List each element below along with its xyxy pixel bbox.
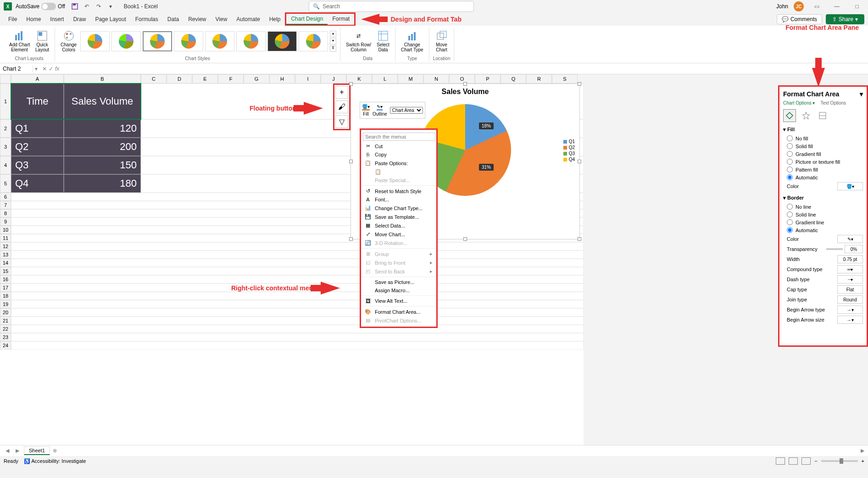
begin-arrow-picker[interactable]: →▾ [837, 306, 863, 314]
col-header-p[interactable]: P [475, 74, 501, 83]
border-color-picker[interactable]: ✎▾ [837, 235, 863, 243]
chart-style-5[interactable] [205, 31, 234, 51]
table-cell[interactable]: Q1 [11, 119, 64, 138]
zoom-slider[interactable] [821, 460, 858, 462]
sheet-nav-next[interactable]: ▶ [14, 448, 21, 454]
automatic-fill-radio[interactable]: Automatic [783, 173, 863, 181]
col-header-g[interactable]: G [244, 74, 269, 83]
transparency-slider[interactable] [826, 248, 843, 250]
dash-picker[interactable]: ┄▾ [837, 275, 863, 283]
name-box-dropdown-icon[interactable]: ▾ [33, 66, 39, 72]
row-header[interactable]: 13 [0, 250, 11, 259]
fill-button[interactable]: 🪣▾ Fill [362, 104, 370, 117]
redo-icon[interactable]: ↷ [95, 2, 103, 11]
menu-cut[interactable]: ✂Cut [361, 142, 436, 150]
gradient-fill-radio[interactable]: Gradient fill [783, 150, 863, 158]
col-header-o[interactable]: O [449, 74, 475, 83]
tab-format[interactable]: Format [328, 14, 354, 25]
no-line-radio[interactable]: No line [783, 203, 863, 211]
table-cell[interactable]: 150 [64, 156, 141, 174]
chart-style-1[interactable] [80, 31, 110, 51]
outline-button[interactable]: ✎▾ Outline [373, 104, 387, 117]
chart-options-tab[interactable]: Chart Options ▾ [783, 100, 815, 106]
normal-view-button[interactable] [776, 457, 785, 465]
minimize-icon[interactable]: — [829, 2, 844, 11]
styles-more-icon[interactable]: ⊽ [330, 45, 336, 52]
col-header-q[interactable]: Q [501, 74, 526, 83]
chart-style-6[interactable] [236, 31, 266, 51]
no-fill-radio[interactable]: No fill [783, 134, 863, 142]
autosave-toggle[interactable] [41, 3, 56, 10]
tab-view[interactable]: View [211, 14, 232, 24]
chart-filters-button[interactable]: ▽ [335, 115, 348, 128]
row-header[interactable]: 6 [0, 193, 11, 201]
size-tab-icon[interactable] [816, 109, 829, 122]
compound-picker[interactable]: ═▾ [837, 265, 863, 273]
fill-section-header[interactable]: ▾ Fill [783, 127, 863, 133]
col-header-e[interactable]: E [192, 74, 218, 83]
scroll-right-icon[interactable]: ▶ [861, 448, 864, 454]
row-header[interactable]: 5 [0, 174, 11, 193]
col-header-f[interactable]: F [218, 74, 244, 83]
accessibility-status[interactable]: ♿ Accessibility: Investigate [24, 458, 86, 464]
row-header[interactable]: 11 [0, 234, 11, 242]
zoom-out-button[interactable]: − [814, 458, 817, 464]
change-chart-type-button[interactable]: Change Chart Type [399, 29, 425, 53]
menu-save-template[interactable]: 💾Save as Template... [361, 212, 436, 221]
table-cell[interactable]: Q2 [11, 138, 64, 156]
row-header[interactable]: 12 [0, 242, 11, 250]
row-header[interactable]: 21 [0, 317, 11, 325]
chart-style-4[interactable] [174, 31, 203, 51]
row-header[interactable]: 23 [0, 333, 11, 341]
menu-alt-text[interactable]: 🖼View Alt Text... [361, 297, 436, 305]
menu-assign-macro[interactable]: Assign Macro... [361, 286, 436, 295]
new-sheet-button[interactable]: ⊕ [53, 448, 57, 454]
undo-icon[interactable]: ↶ [83, 2, 91, 11]
text-options-tab[interactable]: Text Options [820, 100, 846, 106]
col-header-i[interactable]: I [295, 74, 321, 83]
chart-styles-button[interactable]: 🖌 [335, 100, 348, 113]
cancel-formula-icon[interactable]: ✕ [42, 66, 47, 72]
tab-help[interactable]: Help [265, 14, 285, 24]
menu-move-chart[interactable]: ⤢Move Chart... [361, 230, 436, 239]
border-section-header[interactable]: ▾ Border [783, 195, 863, 201]
table-cell[interactable]: 180 [64, 174, 141, 193]
share-button[interactable]: ⇪ Share ▾ [826, 14, 864, 24]
col-header-a[interactable]: A [11, 74, 64, 83]
tab-page-layout[interactable]: Page Layout [90, 14, 130, 24]
solid-fill-radio[interactable]: Solid fill [783, 142, 863, 150]
chart-title[interactable]: Sales Volume [351, 84, 579, 100]
join-picker[interactable]: Round [837, 295, 863, 304]
search-box[interactable]: 🔍 Search [309, 1, 474, 12]
row-header[interactable]: 4 [0, 156, 11, 174]
tab-automate[interactable]: Automate [232, 14, 264, 24]
tab-home[interactable]: Home [22, 14, 45, 24]
tab-insert[interactable]: Insert [45, 14, 68, 24]
col-header-s[interactable]: S [552, 74, 578, 83]
table-cell[interactable]: Q4 [11, 174, 64, 193]
pane-dropdown-icon[interactable]: ▾ [860, 90, 863, 98]
name-box[interactable]: Chart 2 [0, 66, 33, 72]
menu-save-picture[interactable]: Save as Picture... [361, 278, 436, 286]
menu-select-data[interactable]: ▦Select Data... [361, 221, 436, 230]
tab-chart-design[interactable]: Chart Design [286, 14, 328, 25]
menu-copy[interactable]: ⎘Copy [361, 150, 436, 159]
fx-icon[interactable]: fx [55, 66, 59, 72]
row-header[interactable]: 10 [0, 226, 11, 234]
row-header[interactable]: 9 [0, 217, 11, 226]
switch-row-column-button[interactable]: ⇄ Switch Row/ Column [344, 29, 373, 53]
menu-format-chart-area[interactable]: 🎨Format Chart Area... [361, 307, 436, 316]
menu-change-chart-type[interactable]: 📊Change Chart Type... [361, 204, 436, 212]
worksheet-grid[interactable]: A B C D E F G H I J K L M N O P Q R S 12… [0, 74, 584, 445]
automatic-border-radio[interactable]: Automatic [783, 226, 863, 234]
table-cell[interactable]: 200 [64, 138, 141, 156]
chart-style-7[interactable] [267, 31, 297, 51]
effects-tab-icon[interactable] [800, 109, 812, 122]
col-header-l[interactable]: L [372, 74, 398, 83]
maximize-icon[interactable]: □ [850, 2, 864, 11]
row-header[interactable]: 2 [0, 119, 11, 138]
select-data-button[interactable]: Select Data [375, 29, 391, 53]
comments-button[interactable]: 💬 Comments [777, 14, 822, 24]
table-cell[interactable]: 120 [64, 119, 141, 138]
ribbon-display-icon[interactable]: ▭ [809, 2, 824, 11]
